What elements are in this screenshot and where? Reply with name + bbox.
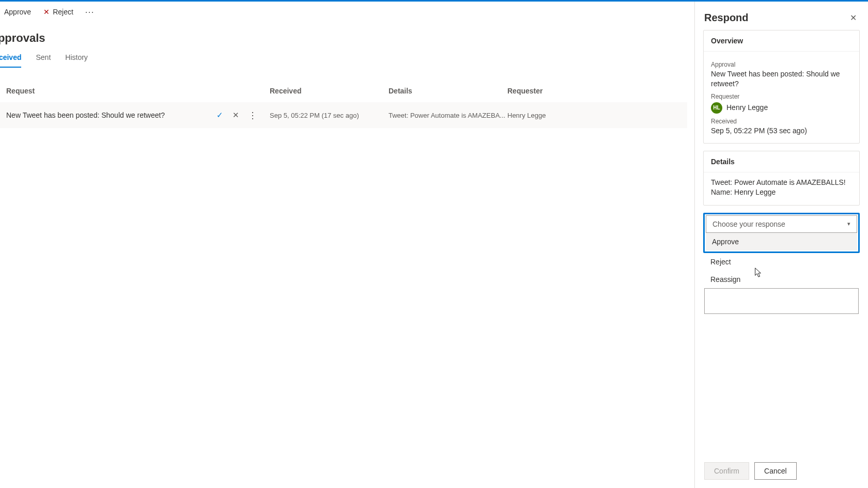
- dropdown-placeholder: Choose your response: [712, 220, 785, 228]
- page-title: Approvals: [0, 32, 687, 45]
- approve-label: Approve: [4, 8, 31, 16]
- dropdown-selected[interactable]: Choose your response ▾: [706, 215, 857, 233]
- panel-body: Overview Approval New Tweet has been pos…: [695, 30, 868, 454]
- panel-header: Respond ✕: [695, 2, 868, 30]
- col-requester: Requester: [507, 87, 681, 95]
- details-line-1: Tweet: Power Automate is AMAZEBALLS!: [711, 178, 852, 188]
- overview-heading: Overview: [704, 30, 859, 52]
- comment-textarea[interactable]: [704, 288, 859, 314]
- row-approve-icon[interactable]: ✓: [216, 111, 223, 120]
- details-line-2: Name: Henry Legge: [711, 187, 852, 198]
- response-dropdown[interactable]: Choose your response ▾ Approve: [706, 215, 857, 250]
- col-request: Request: [6, 87, 270, 95]
- requester-row: HL Henry Legge: [711, 102, 852, 114]
- row-title: New Tweet has been posted: Should we ret…: [6, 111, 165, 119]
- respond-panel: Respond ✕ Overview Approval New Tweet ha…: [694, 2, 868, 488]
- details-heading: Details: [704, 151, 859, 172]
- table-row[interactable]: New Tweet has been posted: Should we ret…: [0, 102, 687, 128]
- dropdown-option-reject[interactable]: Reject: [703, 253, 860, 271]
- tab-received[interactable]: Received: [0, 49, 21, 68]
- received-value: Sep 5, 05:22 PM (53 sec ago): [711, 126, 852, 136]
- tabs-bar: Received Sent History: [0, 49, 687, 68]
- dropdown-option-reassign[interactable]: Reassign: [703, 271, 860, 288]
- check-icon: ✓: [0, 8, 1, 16]
- chevron-down-icon: ▾: [847, 221, 850, 227]
- received-label: Received: [711, 118, 852, 125]
- panel-title: Respond: [704, 12, 749, 24]
- requester-label: Requester: [711, 93, 852, 100]
- tab-sent[interactable]: Sent: [36, 49, 51, 68]
- cancel-button[interactable]: Cancel: [754, 462, 797, 480]
- reject-label: Reject: [53, 8, 73, 16]
- row-more-icon[interactable]: ⋯: [247, 111, 259, 120]
- col-details: Details: [389, 87, 507, 95]
- panel-footer: Confirm Cancel: [695, 454, 868, 488]
- row-request-cell: New Tweet has been posted: Should we ret…: [6, 109, 270, 121]
- confirm-button[interactable]: Confirm: [704, 462, 749, 480]
- close-icon[interactable]: ✕: [848, 11, 859, 25]
- more-actions-button[interactable]: ⋯: [81, 4, 99, 20]
- dropdown-option-approve[interactable]: Approve: [706, 233, 857, 250]
- row-inline-actions: ✓ ✕ ⋯: [216, 109, 257, 121]
- response-highlight-frame: Choose your response ▾ Approve: [703, 213, 860, 253]
- requester-name: Henry Legge: [726, 103, 768, 113]
- main-content-area: ✓ Approve ✕ Reject ⋯ Approvals Received …: [0, 2, 687, 488]
- row-requester-cell: Henry Legge: [507, 112, 681, 119]
- x-icon: ✕: [43, 8, 50, 16]
- overview-section: Overview Approval New Tweet has been pos…: [703, 30, 860, 144]
- row-reject-icon[interactable]: ✕: [233, 111, 239, 120]
- approve-button[interactable]: ✓ Approve: [0, 6, 36, 18]
- avatar: HL: [711, 102, 722, 114]
- details-section: Details Tweet: Power Automate is AMAZEBA…: [703, 151, 860, 206]
- approval-label: Approval: [711, 61, 852, 68]
- command-toolbar: ✓ Approve ✕ Reject ⋯: [0, 2, 687, 22]
- row-received-cell: Sep 5, 05:22 PM (17 sec ago): [270, 112, 389, 119]
- dropdown-extra-options: Reject Reassign: [703, 253, 860, 288]
- col-received: Received: [270, 87, 389, 95]
- dropdown-list: Approve: [706, 233, 857, 250]
- row-details-cell: Tweet: Power Automate is AMAZEBA...: [389, 112, 507, 119]
- tab-history[interactable]: History: [65, 49, 88, 68]
- list-header: Request Received Details Requester: [0, 77, 687, 102]
- approval-value: New Tweet has been posted: Should we ret…: [711, 69, 852, 89]
- reject-button[interactable]: ✕ Reject: [38, 6, 79, 18]
